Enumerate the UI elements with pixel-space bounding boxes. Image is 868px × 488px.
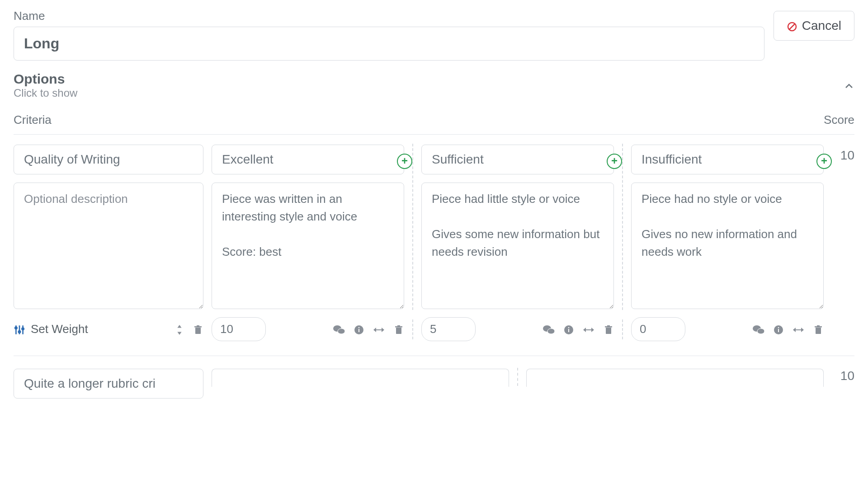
cancel-label: Cancel xyxy=(802,19,841,33)
chevron-up-icon[interactable] xyxy=(844,79,854,93)
svg-rect-16 xyxy=(359,329,359,332)
add-level-button[interactable]: + xyxy=(816,154,832,169)
reorder-icon[interactable] xyxy=(175,323,184,336)
cancel-icon xyxy=(787,19,797,32)
criteria-header: Criteria xyxy=(14,113,52,127)
score-header: Score xyxy=(824,113,854,127)
svg-rect-10 xyxy=(195,328,201,334)
trash-icon[interactable] xyxy=(193,323,203,336)
level-title-input[interactable] xyxy=(212,145,404,174)
svg-marker-8 xyxy=(177,325,181,328)
svg-point-6 xyxy=(19,331,20,333)
svg-rect-23 xyxy=(397,325,400,327)
level-desc-textarea[interactable] xyxy=(212,183,404,309)
criterion-divider xyxy=(14,356,854,356)
svg-rect-32 xyxy=(606,328,611,334)
level-separator xyxy=(412,144,413,310)
info-icon[interactable] xyxy=(773,323,784,336)
trash-icon[interactable] xyxy=(603,323,614,336)
options-subtitle[interactable]: Click to show xyxy=(14,87,77,99)
svg-rect-38 xyxy=(778,329,779,332)
points-input[interactable] xyxy=(212,317,266,341)
comments-icon[interactable] xyxy=(752,323,765,336)
comments-icon[interactable] xyxy=(333,323,345,336)
svg-rect-20 xyxy=(376,329,382,330)
trash-icon[interactable] xyxy=(813,323,824,336)
level-desc-textarea[interactable] xyxy=(631,183,824,309)
svg-point-14 xyxy=(338,328,345,334)
svg-rect-31 xyxy=(585,329,592,330)
svg-rect-12 xyxy=(197,325,199,327)
level-desc-textarea[interactable] xyxy=(421,183,614,309)
criterion-desc-textarea[interactable] xyxy=(14,183,203,309)
svg-point-7 xyxy=(22,328,24,330)
criterion-score: 10 xyxy=(840,148,854,163)
points-input[interactable] xyxy=(631,317,685,341)
comments-icon[interactable] xyxy=(542,323,555,336)
cancel-button[interactable]: Cancel xyxy=(774,11,854,41)
info-icon[interactable] xyxy=(354,323,364,336)
name-label: Name xyxy=(14,9,764,23)
svg-point-17 xyxy=(359,327,360,328)
svg-point-25 xyxy=(547,328,555,334)
level-title-input[interactable] xyxy=(421,145,614,174)
add-level-button[interactable]: + xyxy=(607,154,622,169)
resize-horizontal-icon[interactable] xyxy=(792,323,805,336)
level-col-partial[interactable] xyxy=(526,369,824,387)
svg-marker-9 xyxy=(177,332,181,334)
criterion-title-input[interactable] xyxy=(14,369,203,399)
resize-horizontal-icon[interactable] xyxy=(582,323,595,336)
level-title-input[interactable] xyxy=(631,145,824,174)
points-input[interactable] xyxy=(421,317,476,341)
set-weight-button[interactable]: Set Weight xyxy=(14,322,88,336)
options-title[interactable]: Options xyxy=(14,71,77,87)
add-level-button[interactable]: + xyxy=(397,154,412,169)
info-icon[interactable] xyxy=(563,323,574,336)
trash-icon[interactable] xyxy=(393,323,404,336)
svg-rect-21 xyxy=(396,328,401,334)
resize-horizontal-icon[interactable] xyxy=(373,323,385,336)
sliders-icon xyxy=(14,322,25,336)
level-col-partial[interactable] xyxy=(212,369,509,387)
svg-rect-42 xyxy=(795,329,802,330)
level-separator xyxy=(517,368,518,386)
criterion-score: 10 xyxy=(832,369,854,383)
name-input[interactable] xyxy=(14,27,764,61)
set-weight-label: Set Weight xyxy=(31,322,88,336)
svg-point-36 xyxy=(757,328,764,334)
svg-rect-45 xyxy=(817,325,820,327)
level-separator xyxy=(622,319,623,339)
level-separator xyxy=(622,144,623,310)
criterion-title-input[interactable] xyxy=(14,145,203,174)
svg-point-39 xyxy=(778,327,779,328)
svg-rect-34 xyxy=(607,325,610,327)
svg-point-5 xyxy=(15,327,17,329)
svg-rect-43 xyxy=(816,328,821,334)
level-separator xyxy=(412,319,413,339)
svg-line-1 xyxy=(789,24,795,29)
svg-point-28 xyxy=(568,327,570,328)
svg-rect-27 xyxy=(568,329,569,332)
